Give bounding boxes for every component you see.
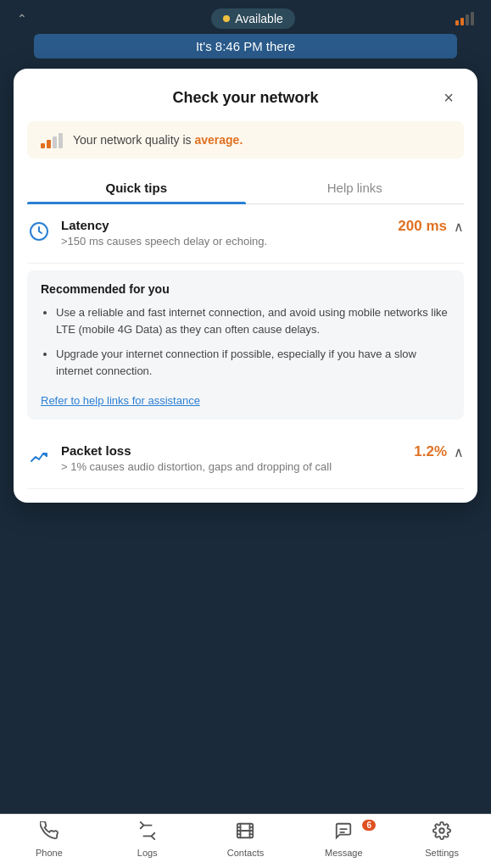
check-network-modal: Check your network × Your network qualit… xyxy=(14,69,477,503)
signal-bar-4 xyxy=(471,12,474,25)
close-button[interactable]: × xyxy=(437,86,460,109)
status-label: Available xyxy=(235,12,283,25)
tab-quick-tips[interactable]: Quick tips xyxy=(27,172,246,203)
q-bar-4 xyxy=(59,133,63,148)
status-pill: Available xyxy=(211,8,295,29)
status-spacer: ⌃ xyxy=(17,11,51,26)
signal-bar-3 xyxy=(466,14,469,25)
modal-title: Check your network xyxy=(54,89,437,107)
bottom-nav: Phone Logs Contacts xyxy=(0,814,491,868)
packet-loss-desc: > 1% causes audio distortion, gaps and d… xyxy=(61,459,404,475)
status-dot-icon xyxy=(223,15,230,22)
svg-point-13 xyxy=(439,828,444,833)
tab-content: Latency >150 ms causes speech delay or e… xyxy=(14,204,477,503)
latency-metric-row: Latency >150 ms causes speech delay or e… xyxy=(27,204,464,264)
top-bar: ⌃ Available xyxy=(0,0,491,34)
phone-icon xyxy=(40,821,59,844)
time-banner: It's 8:46 PM there xyxy=(34,34,457,58)
packet-loss-expand-button[interactable]: ∧ xyxy=(454,444,464,460)
latency-desc: >150 ms causes speech delay or echoing. xyxy=(61,234,388,249)
phone-label: Phone xyxy=(36,848,63,858)
nav-message[interactable]: 6 Message xyxy=(294,821,393,858)
message-icon xyxy=(334,821,353,844)
signal-bar-1 xyxy=(455,20,459,25)
message-label: Message xyxy=(325,848,363,858)
logs-label: Logs xyxy=(137,848,158,858)
settings-icon xyxy=(432,821,451,844)
packet-loss-right: 1.2% ∧ xyxy=(414,443,464,460)
modal-header: Check your network × xyxy=(14,69,477,121)
quality-banner: Your network quality is average. xyxy=(27,121,464,159)
contacts-icon xyxy=(236,821,254,844)
network-quality-icon xyxy=(41,131,63,148)
latency-icon xyxy=(27,220,51,243)
logs-icon xyxy=(138,821,157,844)
nav-logs[interactable]: Logs xyxy=(98,821,197,858)
latency-title: Latency xyxy=(61,218,388,232)
q-bar-2 xyxy=(47,140,51,148)
signal-icon xyxy=(455,12,474,25)
packet-loss-value: 1.2% xyxy=(414,443,447,460)
recommendation-box: Recommended for you Use a reliable and f… xyxy=(27,270,464,420)
rec-title: Recommended for you xyxy=(41,282,450,296)
q-bar-3 xyxy=(53,136,57,148)
latency-info: Latency >150 ms causes speech delay or e… xyxy=(61,218,388,249)
rec-item-1: Use a reliable and fast internet connect… xyxy=(56,304,450,337)
contacts-label: Contacts xyxy=(227,848,264,858)
tabs: Quick tips Help links xyxy=(27,172,464,204)
packet-loss-icon xyxy=(27,445,51,469)
packet-loss-info: Packet loss > 1% causes audio distortion… xyxy=(61,443,404,475)
q-bar-1 xyxy=(41,143,45,148)
message-badge: 6 xyxy=(362,820,376,831)
latency-value: 200 ms xyxy=(398,218,447,235)
latency-expand-button[interactable]: ∧ xyxy=(454,219,464,235)
help-link[interactable]: Refer to help links for assistance xyxy=(41,394,200,407)
packet-loss-title: Packet loss xyxy=(61,443,404,458)
nav-contacts[interactable]: Contacts xyxy=(197,821,295,858)
packet-loss-metric-row: Packet loss > 1% causes audio distortion… xyxy=(27,430,464,489)
tab-help-links[interactable]: Help links xyxy=(246,172,465,203)
chevron-up-icon: ⌃ xyxy=(17,12,27,25)
nav-phone[interactable]: Phone xyxy=(0,821,98,858)
rec-item-2: Upgrade your internet connection if poss… xyxy=(56,346,450,379)
latency-right: 200 ms ∧ xyxy=(398,218,464,235)
quality-value: average. xyxy=(194,133,243,147)
signal-bar-2 xyxy=(460,18,464,25)
rec-list: Use a reliable and fast internet connect… xyxy=(41,304,450,379)
quality-text: Your network quality is average. xyxy=(73,133,243,147)
nav-settings[interactable]: Settings xyxy=(393,821,491,858)
settings-label: Settings xyxy=(425,848,459,858)
